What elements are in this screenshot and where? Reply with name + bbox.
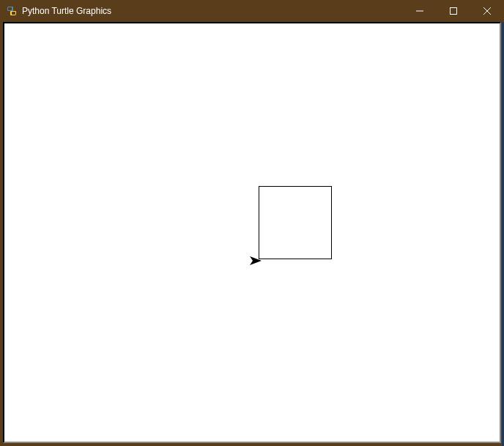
svg-rect-1 xyxy=(451,8,457,15)
window-title: Python Turtle Graphics xyxy=(22,6,403,16)
client-area xyxy=(0,22,504,446)
window-controls xyxy=(403,0,504,22)
close-icon xyxy=(483,7,491,15)
maximize-icon xyxy=(450,7,457,15)
close-button[interactable] xyxy=(470,0,504,22)
turtle-canvas xyxy=(4,23,500,442)
drawn-square xyxy=(259,186,332,259)
minimize-button[interactable] xyxy=(403,0,437,22)
python-tk-icon xyxy=(6,5,18,17)
canvas-frame xyxy=(3,22,501,443)
turtle-cursor xyxy=(250,255,262,268)
titlebar[interactable]: Python Turtle Graphics xyxy=(0,0,504,22)
svg-marker-4 xyxy=(250,256,262,265)
minimize-icon xyxy=(416,7,423,15)
app-window: Python Turtle Graphics xyxy=(0,0,504,446)
maximize-button[interactable] xyxy=(437,0,470,22)
